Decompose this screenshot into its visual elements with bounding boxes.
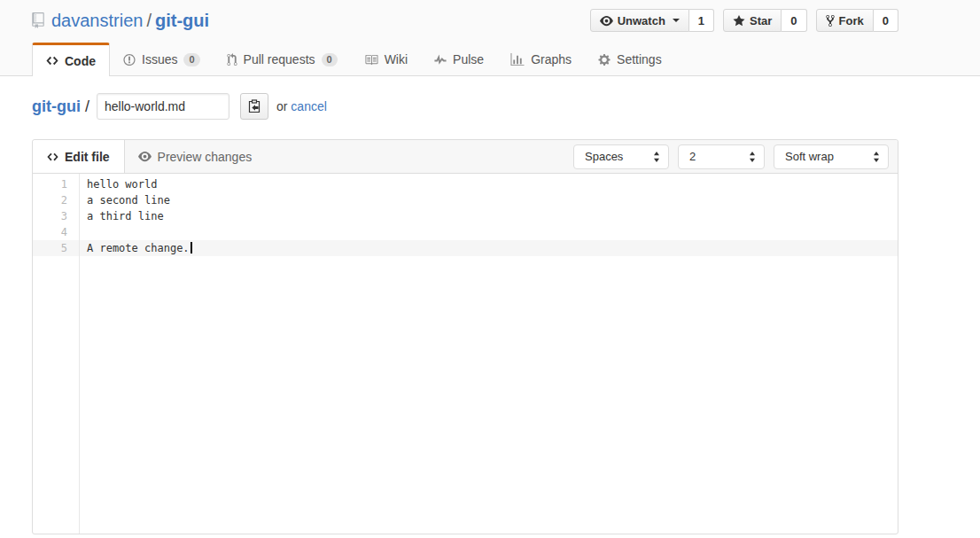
issues-counter: 0	[183, 53, 199, 66]
code-icon	[46, 54, 58, 67]
star-label: Star	[750, 14, 772, 27]
page-header: davanstrien/git-gui Unwatch 1	[0, 0, 980, 76]
tab-preview-changes[interactable]: Preview changes	[125, 140, 266, 173]
editor-controls: Spaces 2 Soft wrap	[573, 140, 898, 173]
cancel-link[interactable]: cancel	[291, 99, 326, 113]
breadcrumb-repo-link[interactable]: git-gui	[32, 97, 81, 116]
line-number: 2	[33, 192, 79, 208]
or-cancel-text: or cancel	[276, 99, 327, 113]
code-icon	[47, 151, 58, 163]
code-editor-area[interactable]: 1 hello world 2 a second line 3 a third …	[33, 174, 898, 534]
repo-action-buttons: Unwatch 1 Star 0	[590, 9, 898, 32]
tab-settings-label: Settings	[617, 52, 662, 66]
tab-wiki[interactable]: Wiki	[351, 43, 421, 76]
fork-icon	[826, 14, 835, 27]
indent-size-value: 2	[689, 150, 696, 163]
star-count[interactable]: 0	[782, 9, 806, 32]
tab-pull-requests-label: Pull requests	[244, 52, 315, 66]
eye-icon	[138, 150, 152, 163]
fork-count[interactable]: 0	[874, 9, 898, 32]
wrap-mode-value: Soft wrap	[785, 150, 834, 163]
wrap-mode-select[interactable]: Soft wrap	[774, 144, 889, 169]
tab-edit-file[interactable]: Edit file	[33, 140, 125, 173]
gear-icon	[598, 53, 611, 66]
editor-header: Edit file Preview changes Spaces 2 Soft …	[33, 140, 898, 174]
line-text: hello world	[79, 176, 157, 192]
unwatch-label: Unwatch	[618, 14, 665, 27]
line-number: 5	[33, 240, 79, 256]
tab-code-label: Code	[65, 54, 96, 68]
or-text: or	[276, 99, 287, 113]
tab-graphs[interactable]: Graphs	[497, 43, 585, 76]
line-text	[79, 224, 87, 240]
issue-opened-icon	[123, 53, 136, 66]
code-line[interactable]: 4	[33, 224, 898, 240]
tab-issues[interactable]: Issues 0	[110, 43, 214, 76]
up-down-arrows-icon	[749, 152, 756, 165]
line-number: 3	[33, 208, 79, 224]
preview-changes-label: Preview changes	[158, 150, 253, 164]
repo-title-row: davanstrien/git-gui Unwatch 1	[32, 0, 898, 33]
tab-issues-label: Issues	[142, 52, 177, 66]
repo-nav: Code Issues 0 Pull requests 0 Wiki Pulse	[32, 43, 898, 76]
tab-graphs-label: Graphs	[531, 52, 572, 66]
pulse-icon	[434, 53, 447, 66]
eye-icon	[600, 14, 613, 27]
pull-requests-counter: 0	[322, 53, 338, 66]
line-text-content: A remote change.	[87, 242, 190, 254]
repo-breadcrumb: davanstrien/git-gui	[51, 11, 209, 31]
tab-settings[interactable]: Settings	[585, 43, 675, 76]
chevron-down-icon	[673, 19, 680, 22]
tab-code[interactable]: Code	[32, 43, 110, 76]
line-text: a second line	[79, 192, 170, 208]
fork-label: Fork	[839, 14, 864, 27]
file-editor: Edit file Preview changes Spaces 2 Soft …	[32, 139, 898, 534]
copy-path-button[interactable]	[240, 93, 268, 120]
up-down-arrows-icon	[653, 152, 660, 165]
file-breadcrumb-row: git-gui / or cancel	[32, 93, 898, 120]
clipboard-arrow-icon	[247, 99, 261, 113]
watch-group: Unwatch 1	[590, 9, 714, 32]
git-pull-request-icon	[227, 53, 237, 66]
indent-mode-select[interactable]: Spaces	[573, 144, 669, 169]
code-line-active[interactable]: 5 A remote change.	[33, 240, 898, 256]
tab-wiki-label: Wiki	[385, 52, 408, 66]
star-group: Star 0	[723, 9, 807, 32]
repo-owner-link[interactable]: davanstrien	[51, 11, 143, 30]
edit-file-label: Edit file	[65, 150, 110, 164]
fork-group: Fork 0	[816, 9, 898, 32]
text-cursor	[191, 242, 192, 253]
filename-input[interactable]	[97, 93, 229, 120]
breadcrumb-slash: /	[85, 97, 89, 116]
watch-count[interactable]: 1	[689, 9, 714, 32]
gutter-divider	[79, 174, 80, 534]
code-line[interactable]: 3 a third line	[33, 208, 898, 224]
code-line[interactable]: 1 hello world	[33, 176, 898, 192]
breadcrumb-separator: /	[146, 11, 152, 30]
star-icon	[733, 14, 745, 27]
book-icon	[364, 53, 378, 66]
indent-mode-value: Spaces	[585, 150, 623, 163]
star-button[interactable]: Star	[723, 9, 782, 32]
unwatch-button[interactable]: Unwatch	[590, 9, 689, 32]
code-line[interactable]: 2 a second line	[33, 192, 898, 208]
line-number: 1	[33, 176, 79, 192]
tab-pulse-label: Pulse	[453, 52, 484, 66]
line-text: a third line	[79, 208, 164, 224]
line-text: A remote change.	[79, 240, 192, 256]
up-down-arrows-icon	[873, 152, 880, 165]
indent-size-select[interactable]: 2	[678, 144, 765, 169]
bar-chart-icon	[510, 53, 525, 66]
repo-icon	[32, 12, 44, 28]
line-number: 4	[33, 224, 79, 240]
fork-button[interactable]: Fork	[816, 9, 874, 32]
tab-pulse[interactable]: Pulse	[421, 43, 497, 76]
repo-name-link[interactable]: git-gui	[155, 11, 209, 30]
tab-pull-requests[interactable]: Pull requests 0	[214, 43, 351, 76]
